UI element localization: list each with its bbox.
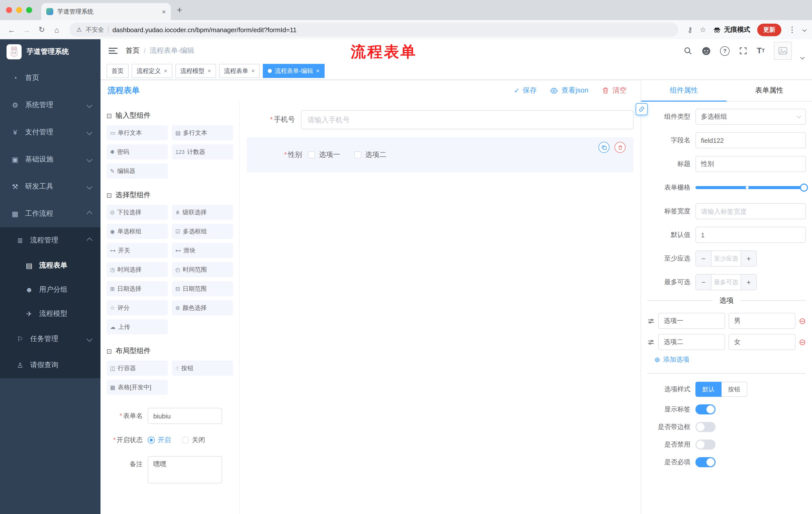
window-minimize-button[interactable] <box>16 7 22 13</box>
copy-component-button[interactable] <box>599 142 609 153</box>
avatar-chevron-icon[interactable] <box>801 55 805 60</box>
save-button[interactable]: ✓ 保存 <box>514 86 536 95</box>
decrease-button[interactable]: − <box>696 275 712 290</box>
option-style-default-button[interactable]: 默认 <box>695 382 722 397</box>
remove-option-icon[interactable]: ⊖ <box>799 338 806 346</box>
tag-close-icon[interactable]: × <box>251 67 255 75</box>
title-input[interactable] <box>695 156 806 172</box>
clear-button[interactable]: 清空 <box>602 86 627 95</box>
back-button[interactable]: ← <box>6 25 17 34</box>
max-select-value[interactable]: 最多可选 <box>712 275 741 290</box>
tab-component-props[interactable]: 组件属性 <box>641 80 727 101</box>
tag-home[interactable]: 首页 <box>107 64 128 78</box>
component-chip-checkbox-group[interactable]: ☑多选框组 <box>172 224 233 239</box>
field-name-input[interactable] <box>695 132 806 148</box>
tag-process-form-edit[interactable]: 流程表单-编辑 × <box>263 64 325 78</box>
show-label-switch[interactable] <box>695 404 716 414</box>
avatar[interactable] <box>774 42 792 60</box>
window-close-button[interactable] <box>6 7 12 13</box>
sidebar-item-process-management[interactable]: ≣ 流程管理 <box>0 227 100 253</box>
browser-tab[interactable]: 芋道管理系统 × <box>41 3 171 20</box>
min-select-value[interactable]: 至少应选 <box>712 251 741 266</box>
tab-close-icon[interactable]: × <box>162 8 166 15</box>
home-button[interactable]: ⌂ <box>51 25 62 34</box>
sidebar-item-process-model[interactable]: ✈ 流程模型 <box>0 302 100 326</box>
label-width-input[interactable] <box>695 203 806 219</box>
tag-process-definition[interactable]: 流程定义 × <box>132 64 172 78</box>
disabled-switch[interactable] <box>695 439 716 450</box>
breadcrumb-home[interactable]: 首页 <box>126 46 140 55</box>
tag-close-icon[interactable]: × <box>164 67 167 75</box>
decrease-button[interactable]: − <box>696 251 712 266</box>
sidebar-item-dev-tools[interactable]: ⚒ 研发工具 <box>0 173 100 200</box>
remark-textarea[interactable]: 嘿嘿 <box>148 456 222 483</box>
option-name-input[interactable] <box>658 334 725 350</box>
sidebar-item-workflow[interactable]: ▦ 工作流程 <box>0 200 100 227</box>
checkbox-option-2[interactable]: 选项二 <box>354 151 386 159</box>
component-chip-date-picker[interactable]: ⊞日期选择 <box>107 281 168 296</box>
status-radio-off[interactable]: 关闭 <box>182 436 205 444</box>
component-chip-row-container[interactable]: ◫行容器 <box>107 360 168 376</box>
component-chip-time-range[interactable]: ◴时间范围 <box>172 262 233 277</box>
remove-option-icon[interactable]: ⊖ <box>799 317 806 325</box>
component-chip-button[interactable]: ☝按钮 <box>172 360 233 376</box>
slider-handle[interactable] <box>800 184 808 192</box>
update-button[interactable]: 更新 <box>757 23 781 36</box>
component-chip-date-range[interactable]: ⊟日期范围 <box>172 281 233 296</box>
required-switch[interactable] <box>695 457 716 467</box>
window-zoom-button[interactable] <box>26 7 32 13</box>
component-chip-radio-group[interactable]: ◉单选框组 <box>107 224 168 239</box>
reload-button[interactable]: ↻ <box>36 25 47 34</box>
address-bar[interactable]: ⚠ 不安全 dashboard.yudao.iocoder.cn/bpm/man… <box>69 23 678 37</box>
sidebar-item-system-management[interactable]: ⚙ 系统管理 <box>0 91 100 119</box>
component-chip-single-text[interactable]: ▭单行文本 <box>107 125 168 140</box>
component-chip-editor[interactable]: ✎编辑器 <box>107 163 168 179</box>
form-name-input[interactable] <box>148 408 222 424</box>
font-size-icon[interactable]: TT <box>757 47 765 55</box>
delete-component-button[interactable] <box>614 142 626 153</box>
border-switch[interactable] <box>695 422 716 432</box>
component-chip-textarea[interactable]: ▤多行文本 <box>172 125 233 140</box>
component-chip-upload[interactable]: ☁上传 <box>107 319 168 334</box>
drag-handle-icon[interactable] <box>647 338 655 346</box>
search-icon[interactable] <box>684 46 692 55</box>
component-chip-rate[interactable]: ☆评分 <box>107 300 168 315</box>
sidebar-item-leave-query[interactable]: ♙ 请假查询 <box>0 352 100 378</box>
sidebar-item-infrastructure[interactable]: ▣ 基础设施 <box>0 146 100 173</box>
option-value-input[interactable] <box>729 334 795 350</box>
status-radio-on[interactable]: 开启 <box>148 436 171 444</box>
component-chip-password[interactable]: ✱密码 <box>107 144 168 159</box>
sidebar-item-payment-management[interactable]: ¥ 支付管理 <box>0 119 100 146</box>
component-chip-counter[interactable]: 123计数器 <box>172 144 233 159</box>
increase-button[interactable]: + <box>741 251 756 266</box>
checkbox-option-1[interactable]: 选项一 <box>308 151 340 159</box>
option-name-input[interactable] <box>658 313 725 329</box>
help-icon[interactable]: ? <box>720 46 730 56</box>
component-chip-slider[interactable]: ⊷滑块 <box>172 243 233 258</box>
component-chip-cascader[interactable]: ⋔级联选择 <box>172 205 233 220</box>
add-option-button[interactable]: ⊕ 添加选项 <box>654 355 806 364</box>
phone-input[interactable] <box>301 110 634 129</box>
tag-process-model[interactable]: 流程模型 × <box>175 64 216 78</box>
component-chip-switch[interactable]: ⊶开关 <box>107 243 168 258</box>
component-chip-select[interactable]: ⊙下拉选择 <box>107 205 168 220</box>
collapse-sidebar-button[interactable] <box>109 48 118 54</box>
component-chip-table[interactable]: ▦表格[开发中] <box>107 380 168 395</box>
sidebar-item-user-group[interactable]: ☻ 用户分组 <box>0 278 100 302</box>
drag-handle-icon[interactable] <box>647 317 655 325</box>
browser-menu-icon[interactable]: ⋮ <box>788 25 796 34</box>
link-icon[interactable] <box>636 103 648 115</box>
github-icon[interactable] <box>701 46 711 56</box>
phone-field-row[interactable]: *手机号 <box>247 110 634 129</box>
tag-process-form[interactable]: 流程表单 × <box>219 64 260 78</box>
component-chip-time-picker[interactable]: ◷时间选择 <box>107 262 168 277</box>
bookmark-star-icon[interactable]: ☆ <box>700 26 706 34</box>
tab-form-props[interactable]: 表单属性 <box>727 80 812 101</box>
default-value-input[interactable] <box>695 227 806 243</box>
option-value-input[interactable] <box>729 313 795 329</box>
increase-button[interactable]: + <box>741 275 756 290</box>
fullscreen-icon[interactable] <box>738 46 748 55</box>
new-tab-button[interactable]: + <box>177 5 182 15</box>
sidebar-logo[interactable]: 芋道管理系统 <box>0 39 100 64</box>
selected-component-gender[interactable]: *性别 选项一 选项二 <box>247 137 634 172</box>
